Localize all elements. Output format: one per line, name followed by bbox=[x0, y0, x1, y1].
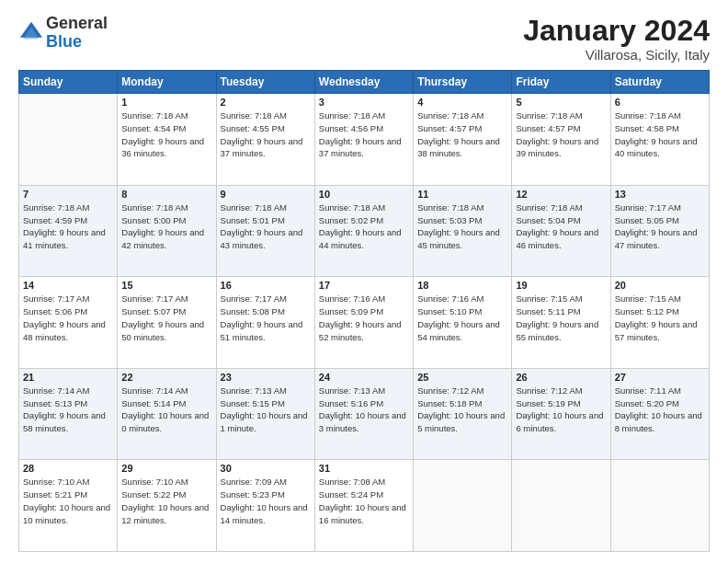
day-info: Sunrise: 7:13 AMSunset: 5:15 PMDaylight:… bbox=[221, 385, 311, 435]
day-number: 26 bbox=[516, 372, 606, 383]
day-info: Sunrise: 7:12 AMSunset: 5:18 PMDaylight:… bbox=[417, 385, 507, 435]
day-cell: 20Sunrise: 7:15 AMSunset: 5:12 PMDayligh… bbox=[610, 277, 709, 369]
day-cell: 12Sunrise: 7:18 AMSunset: 5:04 PMDayligh… bbox=[512, 185, 610, 277]
day-info: Sunrise: 7:18 AMSunset: 4:58 PMDaylight:… bbox=[615, 109, 705, 160]
day-number: 19 bbox=[516, 280, 606, 291]
day-cell: 13Sunrise: 7:17 AMSunset: 5:05 PMDayligh… bbox=[610, 185, 709, 277]
day-info: Sunrise: 7:17 AMSunset: 5:05 PMDaylight:… bbox=[615, 201, 705, 252]
day-cell bbox=[19, 94, 118, 186]
day-cell: 9Sunrise: 7:18 AMSunset: 5:01 PMDaylight… bbox=[216, 185, 314, 277]
day-number: 22 bbox=[121, 372, 211, 383]
logo: General Blue bbox=[18, 15, 108, 52]
location: Villarosa, Sicily, Italy bbox=[523, 47, 710, 63]
week-row-4: 21Sunrise: 7:14 AMSunset: 5:13 PMDayligh… bbox=[19, 368, 710, 460]
day-cell: 27Sunrise: 7:11 AMSunset: 5:20 PMDayligh… bbox=[610, 368, 709, 460]
day-cell: 30Sunrise: 7:09 AMSunset: 5:23 PMDayligh… bbox=[216, 460, 314, 552]
logo-blue: Blue bbox=[46, 33, 108, 52]
day-cell bbox=[610, 460, 709, 552]
day-cell: 18Sunrise: 7:16 AMSunset: 5:10 PMDayligh… bbox=[414, 277, 512, 369]
day-info: Sunrise: 7:18 AMSunset: 5:04 PMDaylight:… bbox=[516, 201, 606, 252]
day-info: Sunrise: 7:18 AMSunset: 4:55 PMDaylight:… bbox=[221, 109, 311, 160]
day-info: Sunrise: 7:13 AMSunset: 5:16 PMDaylight:… bbox=[319, 385, 409, 435]
day-cell: 3Sunrise: 7:18 AMSunset: 4:56 PMDaylight… bbox=[314, 94, 413, 186]
day-cell: 6Sunrise: 7:18 AMSunset: 4:58 PMDaylight… bbox=[610, 94, 709, 186]
day-number: 18 bbox=[417, 280, 507, 291]
day-cell: 10Sunrise: 7:18 AMSunset: 5:02 PMDayligh… bbox=[314, 185, 413, 277]
day-info: Sunrise: 7:15 AMSunset: 5:12 PMDaylight:… bbox=[615, 293, 705, 343]
day-cell bbox=[414, 460, 512, 552]
day-number: 13 bbox=[615, 189, 705, 200]
day-cell: 25Sunrise: 7:12 AMSunset: 5:18 PMDayligh… bbox=[414, 368, 512, 460]
logo-general: General bbox=[46, 15, 108, 33]
day-number: 16 bbox=[221, 280, 311, 291]
day-cell: 4Sunrise: 7:18 AMSunset: 4:57 PMDaylight… bbox=[414, 94, 512, 186]
day-info: Sunrise: 7:18 AMSunset: 5:00 PMDaylight:… bbox=[121, 201, 211, 252]
calendar: SundayMondayTuesdayWednesdayThursdayFrid… bbox=[18, 70, 710, 552]
day-number: 12 bbox=[516, 189, 606, 200]
day-info: Sunrise: 7:17 AMSunset: 5:07 PMDaylight:… bbox=[121, 293, 211, 343]
day-cell: 7Sunrise: 7:18 AMSunset: 4:59 PMDaylight… bbox=[19, 185, 118, 277]
day-number: 31 bbox=[319, 463, 409, 474]
day-info: Sunrise: 7:09 AMSunset: 5:23 PMDaylight:… bbox=[221, 476, 311, 526]
day-cell: 22Sunrise: 7:14 AMSunset: 5:14 PMDayligh… bbox=[118, 368, 216, 460]
day-info: Sunrise: 7:18 AMSunset: 4:57 PMDaylight:… bbox=[417, 109, 507, 160]
page: General Blue January 2024 Villarosa, Sic… bbox=[0, 0, 728, 563]
day-info: Sunrise: 7:15 AMSunset: 5:11 PMDaylight:… bbox=[516, 293, 606, 343]
day-info: Sunrise: 7:12 AMSunset: 5:19 PMDaylight:… bbox=[516, 385, 606, 435]
day-cell: 23Sunrise: 7:13 AMSunset: 5:15 PMDayligh… bbox=[216, 368, 314, 460]
day-number: 23 bbox=[221, 372, 311, 383]
day-number: 10 bbox=[319, 189, 409, 200]
day-info: Sunrise: 7:14 AMSunset: 5:14 PMDaylight:… bbox=[121, 385, 211, 435]
day-cell: 5Sunrise: 7:18 AMSunset: 4:57 PMDaylight… bbox=[512, 94, 610, 186]
day-info: Sunrise: 7:18 AMSunset: 5:01 PMDaylight:… bbox=[221, 201, 311, 252]
day-number: 24 bbox=[319, 372, 409, 383]
day-number: 8 bbox=[121, 189, 211, 200]
week-row-3: 14Sunrise: 7:17 AMSunset: 5:06 PMDayligh… bbox=[19, 277, 710, 369]
week-row-1: 1Sunrise: 7:18 AMSunset: 4:54 PMDaylight… bbox=[19, 94, 710, 186]
weekday-header-wednesday: Wednesday bbox=[314, 71, 413, 94]
day-info: Sunrise: 7:16 AMSunset: 5:10 PMDaylight:… bbox=[417, 293, 507, 343]
day-number: 9 bbox=[221, 189, 311, 200]
day-number: 6 bbox=[615, 97, 705, 108]
day-cell: 2Sunrise: 7:18 AMSunset: 4:55 PMDaylight… bbox=[216, 94, 314, 186]
day-info: Sunrise: 7:17 AMSunset: 5:08 PMDaylight:… bbox=[221, 293, 311, 343]
day-info: Sunrise: 7:18 AMSunset: 5:02 PMDaylight:… bbox=[319, 201, 409, 252]
day-cell: 15Sunrise: 7:17 AMSunset: 5:07 PMDayligh… bbox=[118, 277, 216, 369]
header: General Blue January 2024 Villarosa, Sic… bbox=[18, 15, 710, 63]
day-cell: 31Sunrise: 7:08 AMSunset: 5:24 PMDayligh… bbox=[314, 460, 413, 552]
day-cell: 24Sunrise: 7:13 AMSunset: 5:16 PMDayligh… bbox=[314, 368, 413, 460]
day-info: Sunrise: 7:17 AMSunset: 5:06 PMDaylight:… bbox=[23, 293, 113, 343]
day-cell: 19Sunrise: 7:15 AMSunset: 5:11 PMDayligh… bbox=[512, 277, 610, 369]
day-number: 25 bbox=[417, 372, 507, 383]
day-cell: 11Sunrise: 7:18 AMSunset: 5:03 PMDayligh… bbox=[414, 185, 512, 277]
day-number: 21 bbox=[23, 372, 113, 383]
day-number: 20 bbox=[615, 280, 705, 291]
day-number: 28 bbox=[23, 463, 113, 474]
day-info: Sunrise: 7:10 AMSunset: 5:21 PMDaylight:… bbox=[23, 476, 113, 526]
logo-icon bbox=[18, 20, 44, 46]
day-info: Sunrise: 7:18 AMSunset: 5:03 PMDaylight:… bbox=[417, 201, 507, 252]
day-number: 15 bbox=[121, 280, 211, 291]
day-info: Sunrise: 7:18 AMSunset: 4:59 PMDaylight:… bbox=[23, 201, 113, 252]
day-cell bbox=[512, 460, 610, 552]
weekday-header-thursday: Thursday bbox=[414, 71, 512, 94]
day-info: Sunrise: 7:16 AMSunset: 5:09 PMDaylight:… bbox=[319, 293, 409, 343]
week-row-5: 28Sunrise: 7:10 AMSunset: 5:21 PMDayligh… bbox=[19, 460, 710, 552]
day-number: 7 bbox=[23, 189, 113, 200]
day-cell: 14Sunrise: 7:17 AMSunset: 5:06 PMDayligh… bbox=[19, 277, 118, 369]
day-cell: 8Sunrise: 7:18 AMSunset: 5:00 PMDaylight… bbox=[118, 185, 216, 277]
day-info: Sunrise: 7:18 AMSunset: 4:54 PMDaylight:… bbox=[121, 109, 211, 160]
day-number: 2 bbox=[221, 97, 311, 108]
day-cell: 29Sunrise: 7:10 AMSunset: 5:22 PMDayligh… bbox=[118, 460, 216, 552]
day-cell: 21Sunrise: 7:14 AMSunset: 5:13 PMDayligh… bbox=[19, 368, 118, 460]
day-info: Sunrise: 7:10 AMSunset: 5:22 PMDaylight:… bbox=[121, 476, 211, 526]
day-info: Sunrise: 7:18 AMSunset: 4:57 PMDaylight:… bbox=[516, 109, 606, 160]
day-number: 1 bbox=[121, 97, 211, 108]
day-info: Sunrise: 7:11 AMSunset: 5:20 PMDaylight:… bbox=[615, 385, 705, 435]
week-row-2: 7Sunrise: 7:18 AMSunset: 4:59 PMDaylight… bbox=[19, 185, 710, 277]
weekday-header-saturday: Saturday bbox=[610, 71, 709, 94]
weekday-header-monday: Monday bbox=[118, 71, 216, 94]
logo-text: General Blue bbox=[46, 15, 108, 52]
day-cell: 26Sunrise: 7:12 AMSunset: 5:19 PMDayligh… bbox=[512, 368, 610, 460]
day-cell: 16Sunrise: 7:17 AMSunset: 5:08 PMDayligh… bbox=[216, 277, 314, 369]
